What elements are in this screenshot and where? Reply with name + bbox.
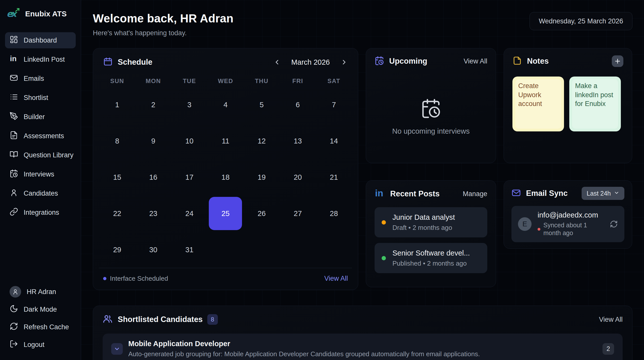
calendar-day-15[interactable]: 15 bbox=[99, 159, 135, 195]
calendar-day-10[interactable]: 10 bbox=[171, 123, 208, 159]
upcoming-empty-text: No upcoming interviews bbox=[392, 127, 470, 135]
sidebar-item-hr-adran[interactable]: HR Adran bbox=[5, 284, 76, 300]
calendar-day-17[interactable]: 17 bbox=[171, 159, 208, 195]
mail-icon bbox=[10, 74, 18, 84]
calendar-day-8[interactable]: 8 bbox=[99, 123, 135, 159]
post-info: Junior Data analystDraft • 2 months ago bbox=[392, 213, 455, 232]
post-row[interactable]: Junior Data analystDraft • 2 months ago bbox=[375, 207, 487, 237]
next-month-button[interactable] bbox=[340, 58, 348, 66]
sidebar-item-label: HR Adran bbox=[27, 288, 56, 296]
calendar-day-20[interactable]: 20 bbox=[280, 159, 316, 195]
calendar-day-22[interactable]: 22 bbox=[99, 195, 135, 232]
sidebar-item-question-library[interactable]: Question Library bbox=[5, 147, 76, 163]
post-row[interactable]: Senior Software devel...Published • 2 mo… bbox=[375, 243, 487, 273]
calendar-clock-icon bbox=[375, 56, 384, 66]
candidate-groups-card: Mobile Application DeveloperAuto-generat… bbox=[103, 334, 623, 360]
sidebar-item-interviews[interactable]: Interviews bbox=[5, 166, 76, 182]
sidebar-nav: DashboardinLinkedIn PostEmailsShortlistB… bbox=[0, 32, 81, 221]
sidebar: e x Enubix ATS DashboardinLinkedIn PostE… bbox=[0, 0, 81, 360]
shortlisted-title: Shortlisted Candidates bbox=[118, 315, 203, 324]
sidebar-item-integrations[interactable]: Integrations bbox=[5, 204, 76, 221]
sidebar-item-refresh-cache[interactable]: Refresh Cache bbox=[5, 319, 76, 335]
shortlisted-view-all-link[interactable]: View All bbox=[599, 316, 623, 323]
linkedin-icon: in bbox=[10, 54, 18, 65]
sidebar-item-dashboard[interactable]: Dashboard bbox=[5, 32, 76, 48]
calendar-day-26[interactable]: 26 bbox=[244, 195, 280, 232]
refresh-sync-button[interactable] bbox=[610, 220, 618, 228]
calendar-day-3[interactable]: 3 bbox=[171, 87, 208, 123]
add-note-button[interactable] bbox=[612, 55, 623, 67]
calendar-day-30[interactable]: 30 bbox=[135, 232, 172, 268]
calendar-day-21[interactable]: 21 bbox=[316, 159, 352, 195]
calendar-icon bbox=[103, 57, 113, 67]
calendar-day-14[interactable]: 14 bbox=[316, 123, 352, 159]
calendar-day-24[interactable]: 24 bbox=[171, 195, 208, 232]
page-title: Welcome back, HR Adran bbox=[93, 12, 233, 25]
expand-group-button[interactable] bbox=[111, 343, 123, 355]
sidebar-item-builder[interactable]: Builder bbox=[5, 109, 76, 125]
email-account-info: info@jadeedx.com Synced about 1 month ag… bbox=[538, 211, 604, 237]
calendar-day-31[interactable]: 31 bbox=[171, 232, 208, 268]
sidebar-item-label: Question Library bbox=[24, 151, 73, 159]
calendar-day-29[interactable]: 29 bbox=[99, 232, 135, 268]
sidebar-item-assessments[interactable]: Assessments bbox=[5, 128, 76, 144]
email-sync-status: Synced about 1 month ago bbox=[538, 221, 604, 237]
calendar-day-28[interactable]: 28 bbox=[316, 195, 352, 232]
schedule-footer: Interface Scheduled View All bbox=[99, 268, 352, 283]
calendar-day-4[interactable]: 4 bbox=[208, 87, 244, 123]
sync-range-dropdown[interactable]: Last 24h bbox=[582, 187, 624, 200]
weekday-label: WED bbox=[208, 78, 244, 85]
main-content: Welcome back, HR Adran Here's what's hap… bbox=[81, 0, 644, 360]
sidebar-item-label: Builder bbox=[24, 113, 45, 121]
candidate-group-row[interactable]: Mobile Application DeveloperAuto-generat… bbox=[103, 334, 623, 360]
calendar-day-6[interactable]: 6 bbox=[280, 87, 316, 123]
legend-dot bbox=[103, 277, 106, 280]
calendar-day-27[interactable]: 27 bbox=[280, 195, 316, 232]
schedule-view-all-link[interactable]: View All bbox=[324, 275, 348, 282]
weekday-label: MON bbox=[135, 78, 172, 85]
post-title: Senior Software devel... bbox=[392, 249, 470, 257]
calendar-day-2[interactable]: 2 bbox=[135, 87, 172, 123]
sidebar-item-logout[interactable]: Logout bbox=[5, 337, 76, 352]
mail-icon bbox=[511, 188, 521, 199]
file-text-icon bbox=[10, 131, 18, 141]
email-sync-card: Email Sync Last 24h E info@jadeedx.com S… bbox=[504, 180, 632, 249]
notes-list: Create Upwork accountMake a linkedIn pos… bbox=[512, 77, 623, 131]
sticky-note[interactable]: Make a linkedIn post for Enubix bbox=[569, 77, 621, 131]
sticky-note[interactable]: Create Upwork account bbox=[512, 77, 564, 131]
post-status-dot bbox=[382, 220, 386, 225]
calendar-day-16[interactable]: 16 bbox=[135, 159, 172, 195]
calendar-day-13[interactable]: 13 bbox=[280, 123, 316, 159]
schedule-title: Schedule bbox=[118, 58, 152, 67]
enubix-logo-icon: e x bbox=[7, 8, 21, 20]
calendar-day-11[interactable]: 11 bbox=[208, 123, 244, 159]
prev-month-button[interactable] bbox=[273, 58, 281, 66]
user-avatar bbox=[10, 286, 21, 298]
brand: e x Enubix ATS bbox=[0, 8, 81, 20]
calendar-grid: 1234567891011121314151617181920212223242… bbox=[99, 87, 352, 268]
calendar-day-1[interactable]: 1 bbox=[99, 87, 135, 123]
calendar-day-7[interactable]: 7 bbox=[316, 87, 352, 123]
weekday-label: SUN bbox=[99, 78, 135, 85]
post-meta: Draft • 2 months ago bbox=[392, 224, 455, 232]
notes-header: Notes bbox=[512, 55, 623, 67]
calendar-day-12[interactable]: 12 bbox=[244, 123, 280, 159]
sidebar-item-candidates[interactable]: Candidates bbox=[5, 185, 76, 201]
calendar-day-25[interactable]: 25 bbox=[208, 195, 244, 232]
upcoming-view-all-link[interactable]: View All bbox=[464, 57, 487, 65]
calendar-day-18[interactable]: 18 bbox=[208, 159, 244, 195]
sidebar-item-emails[interactable]: Emails bbox=[5, 70, 76, 87]
sync-range-value: Last 24h bbox=[587, 190, 611, 197]
manage-posts-link[interactable]: Manage bbox=[463, 190, 487, 198]
calendar-day-23[interactable]: 23 bbox=[135, 195, 172, 232]
calendar-day-9[interactable]: 9 bbox=[135, 123, 172, 159]
sidebar-item-dark-mode[interactable]: Dark Mode bbox=[5, 302, 76, 317]
sidebar-item-linkedin-post[interactable]: inLinkedIn Post bbox=[5, 51, 76, 67]
logout-icon bbox=[10, 340, 18, 350]
post-title: Junior Data analyst bbox=[392, 213, 455, 222]
sidebar-item-shortlist[interactable]: Shortlist bbox=[5, 90, 76, 106]
calendar-day-5[interactable]: 5 bbox=[244, 87, 280, 123]
sidebar-item-label: Interviews bbox=[24, 170, 54, 178]
calendar-day-19[interactable]: 19 bbox=[244, 159, 280, 195]
sticky-note-text: Make a linkedIn post for Enubix bbox=[572, 79, 618, 129]
